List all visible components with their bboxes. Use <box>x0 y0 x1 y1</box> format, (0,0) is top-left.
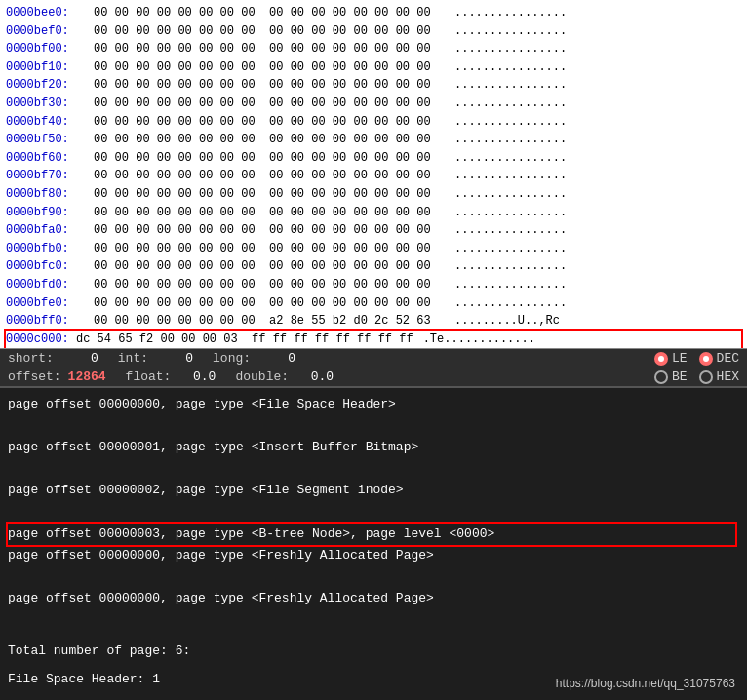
hex-bytes: 00 00 00 00 00 00 00 00 00 00 00 00 00 0… <box>94 4 445 22</box>
float-field: float: 0.0 <box>126 369 216 384</box>
hex-ascii: ................ <box>454 204 567 222</box>
summary-line: Insert Buffer Bitmap: 1 <box>8 696 739 700</box>
hex-line: 0000bf80: 00 00 00 00 00 00 00 00 00 00 … <box>6 185 741 204</box>
hex-ascii: ................ <box>454 221 567 240</box>
hex-bytes: 00 00 00 00 00 00 00 00 00 00 00 00 00 0… <box>94 257 445 276</box>
hex-bytes: 00 00 00 00 00 00 00 00 00 00 00 00 00 0… <box>94 22 445 41</box>
long-label: long: <box>213 351 251 366</box>
status-bar-row2: offset: 12864 float: 0.0 double: 0.0 BE … <box>0 368 747 388</box>
summary-line: Total number of page: 6: <box>8 641 739 662</box>
hex-line: 0000bf20: 00 00 00 00 00 00 00 00 00 00 … <box>6 76 741 95</box>
hex-ascii: ................ <box>454 40 567 58</box>
hex-bytes: 00 00 00 00 00 00 00 00 00 00 00 00 00 0… <box>94 185 445 204</box>
hex-line: 0000bf10: 00 00 00 00 00 00 00 00 00 00 … <box>6 58 741 77</box>
hex-address: 0000bf90: <box>6 204 94 222</box>
hex-line: 0000bfd0: 00 00 00 00 00 00 00 00 00 00 … <box>6 276 741 294</box>
hex-ascii: ................ <box>454 294 567 313</box>
hex-line: 0000bfc0: 00 00 00 00 00 00 00 00 00 00 … <box>6 257 741 276</box>
hex-address: 0000bff0: <box>6 312 94 331</box>
radio-le-label: LE <box>672 351 688 366</box>
hex-bytes: 00 00 00 00 00 00 00 00 00 00 00 00 00 0… <box>94 131 445 149</box>
radio-be[interactable]: BE <box>654 369 688 384</box>
output-line: page offset 00000000, page type <Freshly… <box>8 545 739 566</box>
hex-bytes: 00 00 00 00 00 00 00 00 00 00 00 00 00 0… <box>94 58 445 77</box>
hex-bytes: 00 00 00 00 00 00 00 00 00 00 00 00 00 0… <box>94 221 445 240</box>
offset-label: offset: <box>8 369 61 384</box>
double-field: double: 0.0 <box>235 369 334 384</box>
hex-address: 0000bfa0: <box>6 221 94 240</box>
hex-address: 0000bf20: <box>6 76 94 95</box>
hex-address: 0000bee0: <box>6 4 94 22</box>
hex-ascii: ................ <box>454 95 567 113</box>
double-label: double: <box>235 369 289 384</box>
hex-bytes: 00 00 00 00 00 00 00 00 00 00 00 00 00 0… <box>94 204 445 222</box>
hex-line: 0000bf60: 00 00 00 00 00 00 00 00 00 00 … <box>6 149 741 168</box>
hex-address: 0000bf80: <box>6 185 94 204</box>
hex-line: 0000bf40: 00 00 00 00 00 00 00 00 00 00 … <box>6 113 741 132</box>
hex-bytes: 00 00 00 00 00 00 00 00 00 00 00 00 00 0… <box>94 40 445 58</box>
hex-bytes: 00 00 00 00 00 00 00 00 00 00 00 00 00 0… <box>94 76 445 95</box>
radio-dec-circle <box>699 352 713 366</box>
hex-line: 0000bef0: 00 00 00 00 00 00 00 00 00 00 … <box>6 22 741 41</box>
hex-bytes: 00 00 00 00 00 00 00 00 00 00 00 00 00 0… <box>94 167 445 185</box>
hex-address: 0000bfd0: <box>6 276 94 294</box>
output-line: page offset 00000000, page type <Freshly… <box>8 588 739 609</box>
hex-bytes: 00 00 00 00 00 00 00 00 00 00 00 00 00 0… <box>94 240 445 258</box>
int-value: 0 <box>154 351 193 366</box>
hex-line: 0000bf90: 00 00 00 00 00 00 00 00 00 00 … <box>6 204 741 222</box>
hex-ascii: ................ <box>454 76 567 95</box>
hex-bytes: 00 00 00 00 00 00 00 00 00 00 00 00 00 0… <box>94 95 445 113</box>
radio-hex-circle <box>699 370 713 384</box>
short-label: short: <box>8 351 54 366</box>
hex-bytes: 00 00 00 00 00 00 00 00 00 00 00 00 00 0… <box>94 276 445 294</box>
hex-line: 0000bf00: 00 00 00 00 00 00 00 00 00 00 … <box>6 40 741 58</box>
hex-address: 0000bef0: <box>6 22 94 41</box>
hex-line: 0000bfb0: 00 00 00 00 00 00 00 00 00 00 … <box>6 240 741 258</box>
hex-ascii: .........U..,Rc <box>454 312 560 331</box>
hex-address: 0000bf10: <box>6 58 94 77</box>
hex-ascii: ................ <box>454 257 567 276</box>
hex-address: 0000bf50: <box>6 131 94 149</box>
output-line: page offset 00000003, page type <B-tree … <box>8 524 735 545</box>
radio-dec[interactable]: DEC <box>699 351 739 366</box>
status-bar-row1: short: 0 int: 0 long: 0 LE DEC <box>0 349 747 368</box>
radio-be-circle <box>654 370 668 384</box>
hex-ascii: ................ <box>454 113 567 132</box>
hex-ascii: ................ <box>454 167 567 185</box>
offset-value: 12864 <box>67 369 106 384</box>
hex-address: 0000bf60: <box>6 149 94 168</box>
hex-ascii: ................ <box>454 240 567 258</box>
hex-address: 0000bfb0: <box>6 240 94 258</box>
hex-address: 0000bfe0: <box>6 294 94 313</box>
hex-line: 0000bf50: 00 00 00 00 00 00 00 00 00 00 … <box>6 131 741 149</box>
short-field: short: 0 <box>8 351 98 366</box>
hex-bytes: 00 00 00 00 00 00 00 00 a2 8e 55 b2 d0 2… <box>94 312 445 331</box>
radio-le[interactable]: LE <box>654 351 688 366</box>
hex-address: 0000bfc0: <box>6 257 94 276</box>
long-value: 0 <box>256 351 295 366</box>
output-line: page offset 00000002, page type <File Se… <box>8 480 739 501</box>
hex-ascii: ................ <box>454 4 567 22</box>
float-label: float: <box>126 369 172 384</box>
radio-be-label: BE <box>672 369 688 384</box>
int-field: int: 0 <box>118 351 193 366</box>
radio-hex[interactable]: HEX <box>699 369 739 384</box>
hex-ascii: .Te............. <box>423 332 535 346</box>
hex-line: 0000bff0: 00 00 00 00 00 00 00 00 a2 8e … <box>6 312 741 331</box>
hex-address: 0000c000: <box>6 332 76 346</box>
hex-ascii: ................ <box>454 58 567 77</box>
hex-address: 0000bf40: <box>6 113 94 132</box>
hex-address: 0000bf30: <box>6 95 94 113</box>
hex-line: 0000bee0: 00 00 00 00 00 00 00 00 00 00 … <box>6 4 741 22</box>
hex-bytes: 00 00 00 00 00 00 00 00 00 00 00 00 00 0… <box>94 294 445 313</box>
radio-le-circle <box>654 352 668 366</box>
radio-dec-label: DEC <box>717 351 739 366</box>
hex-ascii: ................ <box>454 276 567 294</box>
output-section: page offset 00000000, page type <File Sp… <box>0 388 747 637</box>
hex-line: 0000bfe0: 00 00 00 00 00 00 00 00 00 00 … <box>6 294 741 313</box>
hex-ascii: ................ <box>454 22 567 41</box>
radio-group-2: BE HEX <box>654 369 739 384</box>
int-label: int: <box>118 351 148 366</box>
hex-bytes: dc 54 65 f2 00 00 00 03 ff ff ff ff ff f… <box>76 332 413 346</box>
hex-bytes: 00 00 00 00 00 00 00 00 00 00 00 00 00 0… <box>94 149 445 168</box>
